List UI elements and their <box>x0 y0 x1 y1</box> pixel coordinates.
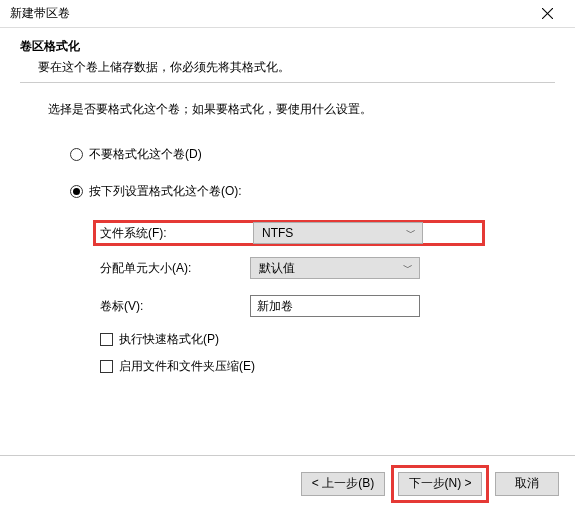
quick-format-label: 执行快速格式化(P) <box>119 331 219 348</box>
radio-no-format-label: 不要格式化这个卷(D) <box>89 146 202 163</box>
radio-do-format-label: 按下列设置格式化这个卷(O): <box>89 183 242 200</box>
chevron-down-icon: ﹀ <box>403 261 413 275</box>
back-button[interactable]: < 上一步(B) <box>301 472 385 496</box>
alloc-select[interactable]: 默认值 ﹀ <box>250 257 420 279</box>
filesystem-row: 文件系统(F): NTFS ﹀ <box>93 220 485 246</box>
cancel-button[interactable]: 取消 <box>495 472 559 496</box>
volume-label-value: 新加卷 <box>257 298 293 315</box>
section-title: 卷区格式化 <box>20 38 555 55</box>
radio-group: 不要格式化这个卷(D) 按下列设置格式化这个卷(O): <box>20 146 555 200</box>
volume-label-input[interactable]: 新加卷 <box>250 295 420 317</box>
radio-icon <box>70 148 83 161</box>
compression-label: 启用文件和文件夹压缩(E) <box>119 358 255 375</box>
checkbox-icon <box>100 360 113 373</box>
section-description: 要在这个卷上储存数据，你必须先将其格式化。 <box>20 59 555 76</box>
window-title: 新建带区卷 <box>10 5 70 22</box>
instruction-text: 选择是否要格式化这个卷；如果要格式化，要使用什么设置。 <box>20 101 555 118</box>
next-button-highlight: 下一步(N) > <box>391 465 489 503</box>
close-icon <box>542 8 553 19</box>
content-area: 卷区格式化 要在这个卷上储存数据，你必须先将其格式化。 选择是否要格式化这个卷；… <box>0 28 575 375</box>
radio-icon <box>70 185 83 198</box>
radio-no-format[interactable]: 不要格式化这个卷(D) <box>70 146 555 163</box>
volume-label-row: 卷标(V): 新加卷 <box>100 293 555 319</box>
alloc-row: 分配单元大小(A): 默认值 ﹀ <box>100 255 555 281</box>
alloc-label: 分配单元大小(A): <box>100 260 250 277</box>
quick-format-checkbox[interactable]: 执行快速格式化(P) <box>100 331 555 348</box>
checkbox-icon <box>100 333 113 346</box>
filesystem-label: 文件系统(F): <box>100 225 253 242</box>
format-settings: 文件系统(F): NTFS ﹀ 分配单元大小(A): 默认值 ﹀ 卷标(V): … <box>20 220 555 375</box>
next-button[interactable]: 下一步(N) > <box>398 472 482 496</box>
alloc-value: 默认值 <box>259 260 295 277</box>
radio-do-format[interactable]: 按下列设置格式化这个卷(O): <box>70 183 555 200</box>
compression-checkbox[interactable]: 启用文件和文件夹压缩(E) <box>100 358 555 375</box>
footer: < 上一步(B) 下一步(N) > 取消 <box>0 455 575 511</box>
volume-label-label: 卷标(V): <box>100 298 250 315</box>
divider <box>20 82 555 83</box>
title-bar: 新建带区卷 <box>0 0 575 28</box>
filesystem-value: NTFS <box>262 226 293 240</box>
filesystem-select[interactable]: NTFS ﹀ <box>253 222 423 244</box>
close-button[interactable] <box>527 0 567 28</box>
chevron-down-icon: ﹀ <box>406 226 416 240</box>
